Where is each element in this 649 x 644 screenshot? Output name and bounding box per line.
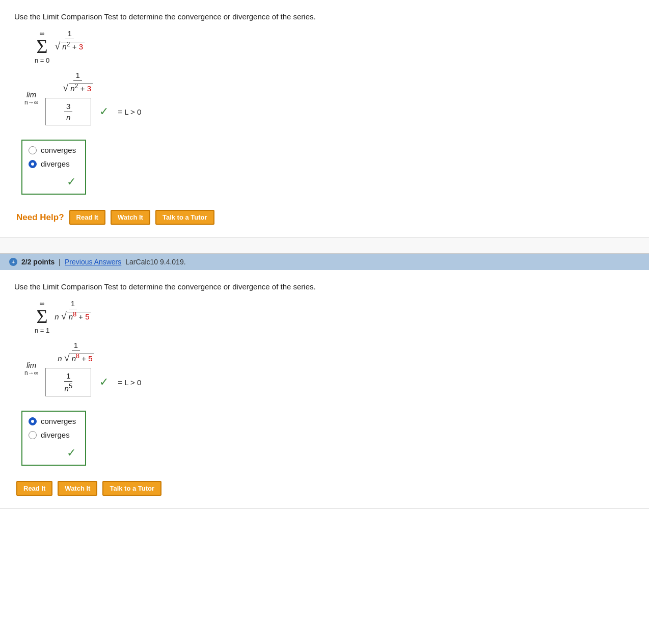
sqrt-content-1: n2 + 3 — [61, 42, 85, 51]
sigma-symbol-1: Σ — [37, 37, 48, 56]
sqrt-content-2: n8 + 5 — [67, 312, 91, 321]
equals-2: = L > 0 — [118, 378, 141, 387]
checkmark-radio-1: ✓ — [67, 175, 76, 188]
sigma-block-1: ∞ Σ n = 0 — [35, 29, 49, 64]
sqrt-icon-1: √ — [55, 40, 60, 51]
score-value-2: 2/2 points — [21, 258, 55, 266]
score-bar-2: + 2/2 points | Previous Answers LarCalc1… — [0, 254, 649, 270]
watch-it-button-2[interactable]: Watch It — [58, 481, 97, 496]
series-den-2: n √n8 + 5 — [52, 309, 93, 322]
radio-label-converges-1: converges — [41, 146, 76, 154]
sqrt-content-lim-2: n8 + 5 — [70, 354, 94, 363]
lim-block-1: lim n→∞ 1 √n2 + 3 3 n ✓ = L > 0 — [24, 71, 635, 125]
watch-it-button-1[interactable]: Watch It — [111, 210, 150, 225]
score-ref-2: LarCalc10 9.4.019. — [125, 258, 185, 266]
lim-fraction-2: 1 n √n8 + 5 — [56, 341, 96, 364]
equals-1: = L > 0 — [118, 108, 141, 116]
answer-n-1: n — [66, 113, 70, 122]
radio-circle-converges-2[interactable] — [29, 417, 37, 425]
radio-converges-2[interactable]: converges — [29, 417, 76, 425]
series-den-1: √n2 + 3 — [52, 39, 87, 52]
radio-diverges-1[interactable]: diverges — [29, 159, 76, 168]
answer-n-2: n — [65, 384, 69, 393]
radio-converges-1[interactable]: converges — [29, 146, 76, 154]
answer-den-1: n — [64, 112, 72, 122]
need-help-label-1: Need Help? — [16, 212, 64, 223]
checkmark-radio-2: ✓ — [67, 446, 76, 459]
answer-box-2: 1 n5 — [45, 368, 91, 396]
answer-den-2: n5 — [63, 382, 74, 393]
answer-num-1: 3 — [64, 102, 72, 112]
answer-num-2: 1 — [64, 371, 72, 382]
radio-label-diverges-2: diverges — [41, 431, 70, 439]
sqrt-icon-lim-2: √ — [64, 352, 70, 363]
radio-circle-diverges-1[interactable] — [29, 160, 37, 168]
checkmark-2: ✓ — [99, 375, 109, 389]
radio-circle-converges-1[interactable] — [29, 146, 37, 154]
problem-gap — [0, 237, 649, 254]
radio-label-converges-2: converges — [41, 417, 76, 425]
problem-2-instruction: Use the Limit Comparison Test to determi… — [14, 282, 635, 291]
red-3-1: 3 — [79, 42, 83, 51]
lim-block-2: lim n→∞ 1 n √n8 + 5 1 n5 ✓ = L > 0 — [24, 341, 635, 396]
problem-1-series: ∞ Σ n = 0 1 √n2 + 3 — [35, 29, 635, 64]
lim-frac-den-1: √n2 + 3 — [61, 81, 95, 94]
lim-sub-1: n→∞ — [24, 99, 38, 106]
den-n-lim-2: n — [58, 354, 62, 363]
lim-text-1: lim — [26, 90, 36, 99]
sqrt-icon-2: √ — [61, 310, 67, 321]
problem-1-section: Use the Limit Comparison Test to determi… — [0, 0, 649, 237]
radio-circle-diverges-2[interactable] — [29, 431, 37, 439]
sigma-symbol-2: Σ — [37, 307, 48, 326]
radio-group-1: converges diverges ✓ — [21, 140, 86, 195]
lim-frac-num-2: 1 — [72, 341, 80, 351]
need-help-row-1: Need Help? Read It Watch It Talk to a Tu… — [16, 210, 635, 225]
series-fraction-2: 1 n √n8 + 5 — [52, 299, 93, 322]
lim-fraction-1: 1 √n2 + 3 — [61, 71, 95, 94]
problem-2-section: Use the Limit Comparison Test to determi… — [0, 270, 649, 508]
score-separator-2: | — [59, 258, 61, 266]
problem-2-series: ∞ Σ n = 1 1 n √n8 + 5 — [35, 299, 635, 334]
lim-label-1: lim n→∞ — [24, 90, 38, 106]
checkmark-1: ✓ — [99, 105, 109, 118]
read-it-button-1[interactable]: Read It — [69, 210, 105, 225]
sigma-bottom-2: n = 1 — [35, 327, 49, 334]
series-fraction-1: 1 √n2 + 3 — [52, 29, 87, 52]
lim-sub-2: n→∞ — [24, 369, 38, 377]
talk-tutor-button-2[interactable]: Talk to a Tutor — [102, 481, 161, 496]
lim-frac-den-2: n √n8 + 5 — [56, 351, 96, 364]
answer-box-1: 3 n — [45, 98, 91, 125]
red-5-2: 5 — [85, 312, 89, 321]
prev-answers-link-2[interactable]: Previous Answers — [65, 258, 121, 266]
series-num-1: 1 — [65, 29, 73, 39]
sqrt-icon-lim-1: √ — [63, 82, 68, 93]
score-circle-2: + — [9, 258, 17, 266]
answer-exp-2: 5 — [69, 383, 72, 390]
lim-text-2: lim — [26, 361, 36, 369]
sigma-block-2: ∞ Σ n = 1 — [35, 299, 49, 334]
sqrt-content-lim-1: n2 + 3 — [69, 84, 93, 93]
radio-label-diverges-1: diverges — [41, 159, 70, 168]
red-exp-2: 8 — [73, 311, 76, 318]
read-it-button-2[interactable]: Read It — [16, 481, 52, 496]
answer-fraction-2: 1 n5 — [63, 371, 74, 393]
need-help-row-2: Read It Watch It Talk to a Tutor — [16, 481, 635, 496]
lim-label-2: lim n→∞ — [24, 361, 38, 377]
series-num-2: 1 — [69, 299, 77, 309]
sigma-bottom-1: n = 0 — [35, 57, 49, 64]
radio-group-2: converges diverges ✓ — [21, 411, 86, 466]
red-3-lim-1: 3 — [87, 84, 91, 93]
lim-frac-num-1: 1 — [73, 71, 82, 81]
answer-fraction-1: 3 n — [64, 102, 72, 122]
radio-diverges-2[interactable]: diverges — [29, 431, 76, 439]
problem-1-instruction: Use the Limit Comparison Test to determi… — [14, 12, 635, 21]
den-n-2: n — [55, 312, 59, 321]
talk-tutor-button-1[interactable]: Talk to a Tutor — [155, 210, 214, 225]
